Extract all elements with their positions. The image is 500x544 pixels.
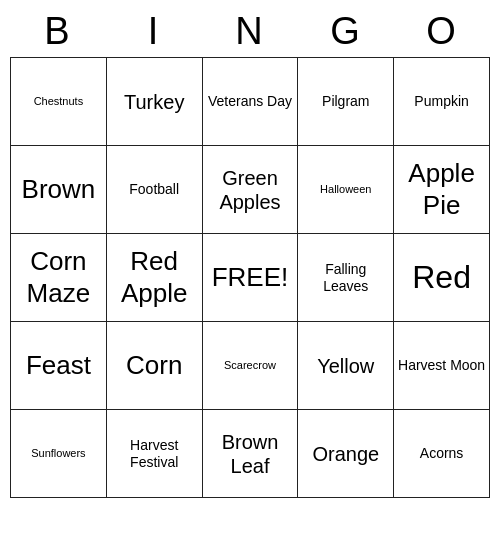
- cell-text: Orange: [301, 442, 390, 466]
- cell-text: Scarecrow: [206, 359, 295, 372]
- bingo-cell-r4-c0: Sunflowers: [11, 410, 107, 498]
- bingo-cell-r0-c3: Pilgram: [298, 58, 394, 146]
- bingo-cell-r2-c0: Corn Maze: [11, 234, 107, 322]
- bingo-cell-r1-c4: Apple Pie: [394, 146, 490, 234]
- cell-text: Apple Pie: [397, 158, 486, 220]
- cell-text: Corn: [110, 350, 199, 381]
- header-letter: B: [10, 8, 106, 57]
- bingo-cell-r1-c2: Green Apples: [203, 146, 299, 234]
- bingo-cell-r3-c1: Corn: [107, 322, 203, 410]
- bingo-cell-r1-c3: Halloween: [298, 146, 394, 234]
- header-letter: O: [394, 8, 490, 57]
- cell-text: Corn Maze: [14, 246, 103, 308]
- cell-text: Turkey: [110, 90, 199, 114]
- cell-text: Pumpkin: [397, 93, 486, 110]
- cell-text: Green Apples: [206, 166, 295, 214]
- bingo-cell-r3-c4: Harvest Moon: [394, 322, 490, 410]
- cell-text: Feast: [14, 350, 103, 381]
- bingo-cell-r0-c1: Turkey: [107, 58, 203, 146]
- bingo-cell-r0-c2: Veterans Day: [203, 58, 299, 146]
- bingo-cell-r2-c2: FREE!: [203, 234, 299, 322]
- cell-text: Harvest Moon: [397, 357, 486, 374]
- bingo-cell-r4-c3: Orange: [298, 410, 394, 498]
- bingo-cell-r2-c3: Falling Leaves: [298, 234, 394, 322]
- bingo-cell-r4-c1: Harvest Festival: [107, 410, 203, 498]
- bingo-card: BINGO ChestnutsTurkeyVeterans DayPilgram…: [10, 8, 490, 498]
- bingo-cell-r3-c0: Feast: [11, 322, 107, 410]
- bingo-cell-r4-c4: Acorns: [394, 410, 490, 498]
- cell-text: Acorns: [397, 445, 486, 462]
- bingo-cell-r3-c2: Scarecrow: [203, 322, 299, 410]
- cell-text: Sunflowers: [14, 447, 103, 460]
- header-letter: N: [202, 8, 298, 57]
- cell-text: Football: [110, 181, 199, 198]
- header-letter: G: [298, 8, 394, 57]
- cell-text: Harvest Festival: [110, 437, 199, 471]
- cell-text: Red Apple: [110, 246, 199, 308]
- bingo-cell-r0-c4: Pumpkin: [394, 58, 490, 146]
- bingo-cell-r1-c0: Brown: [11, 146, 107, 234]
- cell-text: Pilgram: [301, 93, 390, 110]
- cell-text: Veterans Day: [206, 93, 295, 110]
- bingo-cell-r1-c1: Football: [107, 146, 203, 234]
- cell-text: Yellow: [301, 354, 390, 378]
- cell-text: Red: [397, 258, 486, 296]
- bingo-cell-r2-c1: Red Apple: [107, 234, 203, 322]
- bingo-header: BINGO: [10, 8, 490, 57]
- cell-text: FREE!: [206, 262, 295, 293]
- bingo-cell-r3-c3: Yellow: [298, 322, 394, 410]
- bingo-cell-r4-c2: Brown Leaf: [203, 410, 299, 498]
- bingo-cell-r2-c4: Red: [394, 234, 490, 322]
- cell-text: Falling Leaves: [301, 261, 390, 295]
- cell-text: Brown: [14, 174, 103, 205]
- cell-text: Brown Leaf: [206, 430, 295, 478]
- header-letter: I: [106, 8, 202, 57]
- bingo-grid: ChestnutsTurkeyVeterans DayPilgramPumpki…: [10, 57, 490, 498]
- cell-text: Chestnuts: [14, 95, 103, 108]
- bingo-cell-r0-c0: Chestnuts: [11, 58, 107, 146]
- cell-text: Halloween: [301, 183, 390, 196]
